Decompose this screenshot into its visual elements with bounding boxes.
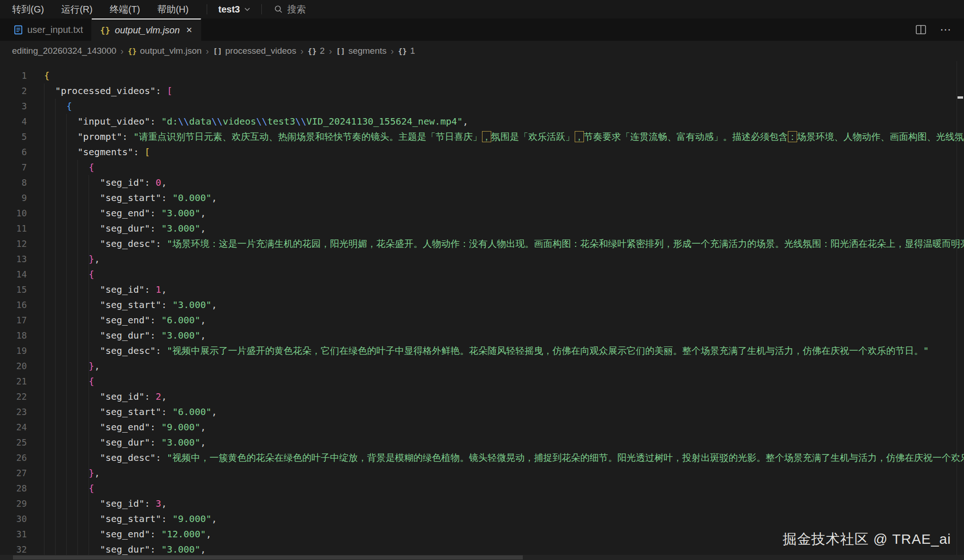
line-number: 2 <box>0 83 27 99</box>
horizontal-scrollbar[interactable] <box>0 555 964 560</box>
code-content: "seg_end": "9.000", <box>44 420 206 435</box>
close-icon[interactable]: × <box>186 24 192 36</box>
menu-item-2[interactable]: 终端(T) <box>103 3 147 16</box>
menu-item-0[interactable]: 转到(G) <box>6 3 51 16</box>
search-label: 搜索 <box>287 3 306 16</box>
line-number: 13 <box>0 252 27 267</box>
watermark: 掘金技术社区 @ TRAE_ai <box>783 530 951 549</box>
editor-window: 转到(G)运行(R)终端(T)帮助(H) test3 搜索 user_input… <box>0 0 964 560</box>
code-content: "seg_end": "3.000", <box>44 206 206 221</box>
code-line[interactable]: 2 "processed_videos": [ <box>0 83 964 99</box>
code-line[interactable]: 19 "seg_desc": "视频中展示了一片盛开的黄色花朵，它们在绿色的叶子… <box>0 343 964 359</box>
code-line[interactable]: 4 "input_video": "d:\\data\\videos\\test… <box>0 114 964 129</box>
line-number: 28 <box>0 481 27 496</box>
breadcrumb-item-1[interactable]: {}1 <box>398 46 415 56</box>
symbol-array-icon: [] <box>213 47 222 56</box>
line-number: 20 <box>0 359 27 374</box>
breadcrumb-item-editing_20260324_143000[interactable]: editing_20260324_143000 <box>12 46 116 56</box>
code-line[interactable]: 21 { <box>0 374 964 389</box>
code-content: "seg_dur": "3.000", <box>44 435 206 450</box>
code-content: "prompt": "请重点识别节日元素、欢庆互动、热闹场景和轻快节奏的镜头。主… <box>44 129 964 145</box>
symbol-object-icon: {} <box>398 47 407 56</box>
more-actions-icon[interactable]: ⋯ <box>940 23 952 36</box>
breadcrumb-item-output_vlm.json[interactable]: {}output_vlm.json <box>128 46 202 56</box>
line-number: 6 <box>0 145 27 160</box>
code-line[interactable]: 30 "seg_start": "9.000", <box>0 511 964 527</box>
breadcrumb-label: processed_videos <box>225 46 296 56</box>
code-line[interactable]: 13 }, <box>0 252 964 267</box>
code-content: "segments": [ <box>44 145 150 160</box>
symbol-object-icon: {} <box>128 47 137 56</box>
overview-ruler-mark <box>958 96 963 99</box>
horizontal-scrollbar-thumb[interactable] <box>13 555 523 560</box>
breadcrumb-separator: › <box>300 46 304 57</box>
code-line[interactable]: 18 "seg_dur": "3.000", <box>0 328 964 343</box>
code-line[interactable]: 9 "seg_start": "0.000", <box>0 190 964 206</box>
code-content: { <box>44 99 72 114</box>
code-line[interactable]: 12 "seg_desc": "场景环境：这是一片充满生机的花园，阳光明媚，花朵… <box>0 236 964 252</box>
line-number: 21 <box>0 374 27 389</box>
breadcrumb-label: segments <box>349 46 387 56</box>
code-content: { <box>44 267 94 282</box>
tab-bar: user_input.txt{}output_vlm.json× ⋯ <box>0 19 964 41</box>
code-line[interactable]: 1{ <box>0 68 964 83</box>
tab-output_vlm.json[interactable]: {}output_vlm.json× <box>92 19 201 41</box>
code-content: "seg_desc": "场景环境：这是一片充满生机的花园，阳光明媚，花朵盛开。… <box>44 236 964 252</box>
line-number: 11 <box>0 221 27 236</box>
breadcrumb-label: 2 <box>320 46 325 56</box>
code-line[interactable]: 27 }, <box>0 466 964 481</box>
vertical-scrollbar[interactable] <box>957 61 964 560</box>
breadcrumb-item-processed_videos[interactable]: []processed_videos <box>213 46 296 56</box>
breadcrumb-separator: › <box>391 46 394 57</box>
code-line[interactable]: 17 "seg_end": "6.000", <box>0 313 964 328</box>
tab-label: user_input.txt <box>27 25 83 35</box>
code-line[interactable]: 15 "seg_id": 1, <box>0 282 964 297</box>
tab-label: output_vlm.json <box>115 25 180 36</box>
code-line[interactable]: 24 "seg_end": "9.000", <box>0 420 964 435</box>
line-number: 23 <box>0 404 27 420</box>
menubar-divider <box>207 4 207 14</box>
json-braces-icon: {} <box>100 25 110 35</box>
code-line[interactable]: 8 "seg_id": 0, <box>0 175 964 190</box>
breadcrumb-separator: › <box>329 46 332 57</box>
line-number: 12 <box>0 236 27 252</box>
code-content: "seg_id": 1, <box>44 282 167 297</box>
code-line[interactable]: 16 "seg_start": "3.000", <box>0 297 964 313</box>
code-line[interactable]: 23 "seg_start": "6.000", <box>0 404 964 420</box>
code-line[interactable]: 29 "seg_id": 3, <box>0 496 964 511</box>
search-box[interactable]: 搜索 <box>269 3 311 16</box>
line-number: 1 <box>0 68 27 83</box>
breadcrumb-item-2[interactable]: {}2 <box>308 46 325 56</box>
menu-item-3[interactable]: 帮助(H) <box>151 3 195 16</box>
chevron-down-icon <box>244 7 250 12</box>
breadcrumb-item-segments[interactable]: []segments <box>336 46 387 56</box>
line-number: 31 <box>0 527 27 542</box>
breadcrumb-separator: › <box>120 46 124 57</box>
code-content: { <box>44 160 94 175</box>
breadcrumb-label: output_vlm.json <box>140 46 202 56</box>
menu-item-1[interactable]: 运行(R) <box>55 3 99 16</box>
code-line[interactable]: 7 { <box>0 160 964 175</box>
code-line[interactable]: 20 }, <box>0 359 964 374</box>
code-line[interactable]: 25 "seg_dur": "3.000", <box>0 435 964 450</box>
workspace-name: test3 <box>218 4 240 15</box>
code-line[interactable]: 11 "seg_dur": "3.000", <box>0 221 964 236</box>
menubar-divider <box>261 4 262 14</box>
split-editor-icon[interactable] <box>916 25 926 34</box>
workspace-selector[interactable]: test3 <box>215 4 254 15</box>
code-content: "seg_start": "3.000", <box>44 297 217 313</box>
code-content: }, <box>44 252 100 267</box>
code-line[interactable]: 26 "seg_desc": "视频中，一簇黄色的花朵在绿色的叶子中绽放，背景是… <box>0 450 964 466</box>
code-line[interactable]: 10 "seg_end": "3.000", <box>0 206 964 221</box>
code-line[interactable]: 28 { <box>0 481 964 496</box>
code-editor[interactable]: 1{2 "processed_videos": [3 {4 "input_vid… <box>0 61 964 560</box>
tab-user_input.txt[interactable]: user_input.txt <box>6 19 92 41</box>
code-line[interactable]: 22 "seg_id": 2, <box>0 389 964 404</box>
code-line[interactable]: 14 { <box>0 267 964 282</box>
breadcrumb-label: editing_20260324_143000 <box>12 46 116 56</box>
code-line[interactable]: 6 "segments": [ <box>0 145 964 160</box>
editor-actions: ⋯ <box>916 19 964 41</box>
code-line[interactable]: 5 "prompt": "请重点识别节日元素、欢庆互动、热闹场景和轻快节奏的镜头… <box>0 129 964 145</box>
code-line[interactable]: 3 { <box>0 99 964 114</box>
code-content: "seg_desc": "视频中展示了一片盛开的黄色花朵，它们在绿色的叶子中显得… <box>44 343 929 359</box>
